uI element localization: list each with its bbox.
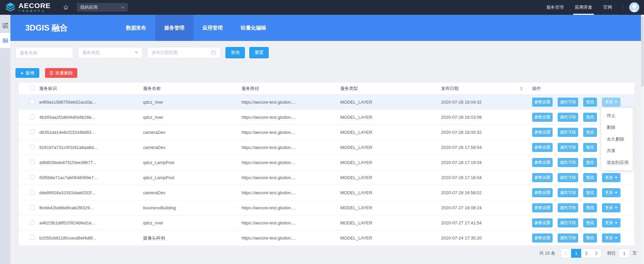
- table-row[interactable]: e469a1c586755eb52acd3a... qdcz_river htt…: [19, 95, 634, 110]
- row-checkbox[interactable]: [30, 99, 35, 104]
- service-name-field[interactable]: [15, 47, 73, 58]
- page-number-button[interactable]: 2: [581, 249, 591, 258]
- row-action-params-button[interactable]: 参数设置: [532, 158, 553, 167]
- more-menu-item[interactable]: 删除: [601, 121, 633, 133]
- cell-service-path: https://aecore-test.glodon....: [242, 130, 340, 135]
- row-checkbox[interactable]: [30, 145, 35, 149]
- cell-service-name: cameraDev: [143, 190, 242, 195]
- table-row[interactable]: 916167a731c001f41a8aa6d... cameraDev htt…: [19, 140, 634, 155]
- row-action-preview-button[interactable]: 预览: [583, 128, 597, 137]
- sidebar-item-dashboard[interactable]: [0, 18, 10, 33]
- row-action-more-button[interactable]: 更多: [602, 173, 620, 182]
- page-number-button[interactable]: 1: [571, 249, 581, 258]
- row-checkbox[interactable]: [30, 175, 35, 179]
- row-action-more-button[interactable]: 更多: [602, 203, 620, 212]
- select-all-checkbox[interactable]: [30, 86, 35, 90]
- row-action-preview-button[interactable]: 预览: [583, 233, 597, 243]
- row-action-more-button[interactable]: 更多: [602, 188, 620, 197]
- next-page-button[interactable]: [591, 249, 601, 258]
- table-row[interactable]: d8351da14e6cf233348d93... cameraDev http…: [19, 125, 634, 140]
- row-checkbox[interactable]: [30, 205, 35, 210]
- scrollbar-thumb[interactable]: [641, 16, 644, 87]
- user-avatar[interactable]: [629, 2, 639, 12]
- cell-service-name: qdcz_river: [143, 100, 242, 105]
- row-action-fields-button[interactable]: 属性字段: [558, 143, 578, 152]
- row-checkbox[interactable]: [30, 220, 35, 225]
- cell-service-type: MODEL_LAYER: [340, 115, 441, 120]
- row-action-preview-button[interactable]: 预览: [583, 203, 597, 212]
- more-menu-item[interactable]: 永久删除: [601, 133, 633, 145]
- row-action-preview-button[interactable]: 预览: [583, 218, 597, 227]
- service-type-select[interactable]: 服务类型: [78, 47, 142, 58]
- row-checkbox[interactable]: [30, 190, 35, 195]
- row-action-params-button[interactable]: 参数设置: [532, 233, 553, 243]
- row-action-preview-button[interactable]: 预览: [583, 143, 597, 152]
- sidebar-item-services[interactable]: [0, 33, 10, 48]
- row-action-fields-button[interactable]: 属性字段: [558, 128, 578, 137]
- header-tab[interactable]: 轻量化编辑: [232, 15, 275, 41]
- row-action-params-button[interactable]: 参数设置: [532, 203, 553, 212]
- table-row[interactable]: b2055cb6118fccecd8ef4d6f... 摄像头样例 https:…: [19, 230, 634, 246]
- row-action-fields-button[interactable]: 属性字段: [558, 233, 578, 243]
- chevron-left-icon: [565, 251, 567, 255]
- table-row[interactable]: dde88916a33351daa6332f... cameraDev http…: [19, 185, 634, 200]
- service-name-input[interactable]: [20, 50, 69, 55]
- pagination: 共 15 条 1 2 前往 页: [10, 249, 641, 258]
- table-row[interactable]: 65f5b8e71ac7ab0648069e7... qdcz_LampPost…: [19, 170, 634, 185]
- row-checkbox[interactable]: [30, 129, 35, 134]
- more-menu-item[interactable]: 停止: [601, 110, 633, 121]
- row-action-fields-button[interactable]: 属性字段: [558, 98, 578, 107]
- row-action-preview-button[interactable]: 预览: [583, 113, 597, 122]
- row-checkbox[interactable]: [30, 160, 35, 164]
- row-action-fields-button[interactable]: 属性字段: [558, 218, 578, 227]
- cell-service-path: https://aecore-test.glodon....: [242, 190, 340, 195]
- row-action-more-button[interactable]: 更多: [602, 233, 620, 243]
- navbar-link[interactable]: 服务管理: [546, 0, 564, 15]
- table-row[interactable]: a9fd928ede8751f3ee36677... qdcz_LampPost…: [19, 155, 634, 170]
- batch-delete-button[interactable]: 批量删除: [45, 68, 77, 78]
- row-action-params-button[interactable]: 参数设置: [532, 218, 553, 227]
- row-action-params-button[interactable]: 参数设置: [532, 113, 553, 122]
- row-action-preview-button[interactable]: 预览: [583, 98, 597, 107]
- more-menu-item[interactable]: 共享: [601, 145, 633, 157]
- search-button[interactable]: 查询: [225, 47, 245, 58]
- reset-button[interactable]: 重置: [249, 47, 269, 58]
- sort-carets-icon[interactable]: [520, 87, 523, 91]
- header-tab[interactable]: 服务管理: [155, 15, 194, 41]
- row-action-preview-button[interactable]: 预览: [583, 158, 597, 167]
- row-action-fields-button[interactable]: 属性字段: [558, 203, 578, 212]
- row-checkbox[interactable]: [30, 114, 35, 119]
- row-action-fields-button[interactable]: 属性字段: [558, 188, 578, 197]
- row-action-more-button[interactable]: 更多: [602, 98, 620, 107]
- header-tab[interactable]: 数据发布: [117, 15, 155, 41]
- home-button[interactable]: [63, 4, 69, 10]
- app-select[interactable]: 我的应用: [77, 3, 128, 12]
- row-action-params-button[interactable]: 参数设置: [532, 98, 553, 107]
- vertical-scrollbar[interactable]: [641, 15, 644, 264]
- row-action-fields-button[interactable]: 属性字段: [558, 113, 578, 122]
- navbar-link[interactable]: 应用开发: [575, 0, 592, 15]
- row-action-preview-button[interactable]: 预览: [583, 188, 597, 197]
- row-action-params-button[interactable]: 参数设置: [532, 188, 553, 197]
- navbar-link[interactable]: 官网: [603, 0, 612, 15]
- table-row[interactable]: a4622fb1d8f520924bfed1e... qdcz_river ht…: [19, 215, 634, 230]
- row-checkbox[interactable]: [30, 235, 35, 240]
- more-menu-item[interactable]: 添加到应用: [601, 157, 633, 168]
- cell-service-id: b2055cb6118fccecd8ef4d6f...: [39, 235, 143, 241]
- table-row[interactable]: 4b393aa2f2db04d0e8b28e... qdcz_river htt…: [19, 110, 634, 125]
- row-action-params-button[interactable]: 参数设置: [532, 143, 553, 152]
- row-action-params-button[interactable]: 参数设置: [532, 173, 553, 182]
- row-action-params-button[interactable]: 参数设置: [532, 128, 553, 137]
- cell-publish-date: 2020-07-28 18:00:32: [441, 130, 530, 135]
- row-action-preview-button[interactable]: 预览: [583, 173, 597, 182]
- row-action-fields-button[interactable]: 属性字段: [558, 158, 578, 167]
- goto-page-input[interactable]: [618, 249, 630, 258]
- row-action-more-button[interactable]: 更多: [602, 218, 620, 227]
- header-tab[interactable]: 应用管理: [194, 15, 232, 41]
- publish-date-range-field[interactable]: 发布日期范围: [147, 47, 220, 58]
- add-button[interactable]: + 新增: [15, 68, 39, 78]
- prev-page-button[interactable]: [561, 249, 571, 258]
- app-select-value: 我的应用: [80, 4, 98, 10]
- table-row[interactable]: fbcbb42bd8bd9cab2f8329... businessBuildi…: [19, 200, 634, 215]
- row-action-fields-button[interactable]: 属性字段: [558, 173, 578, 182]
